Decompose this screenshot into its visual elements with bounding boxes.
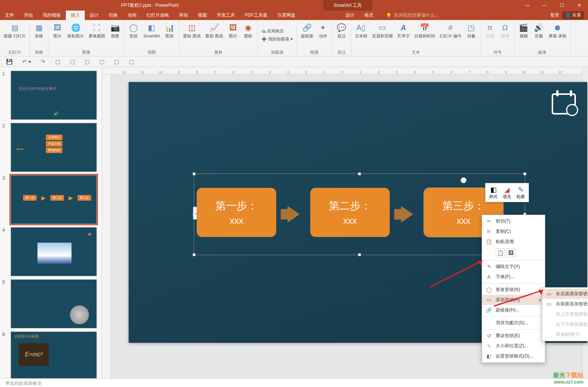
datetime-button[interactable]: 📅日期和时间 xyxy=(413,22,437,49)
tab-slideshow[interactable]: 幻灯片放映 xyxy=(142,11,174,20)
ctx-change-shape[interactable]: ◯更改形状(N)▸ xyxy=(482,285,545,295)
notes-pane[interactable]: 单击此处添加备注 xyxy=(0,378,588,387)
tab-smartart-format[interactable]: 格式 xyxy=(359,11,378,20)
style-button[interactable]: ◧样式 xyxy=(487,185,500,200)
ribbon-options-icon[interactable]: ▭ xyxy=(518,0,536,11)
smartart-shape-1[interactable]: 第一步： xxx xyxy=(197,188,276,237)
ctx-save-as-picture[interactable]: 另存为图片(S)... xyxy=(482,318,545,328)
add-after-icon: ▭ xyxy=(546,291,552,297)
tab-smartart-design[interactable]: 设计 xyxy=(341,11,359,20)
object-button[interactable]: ◳对象 xyxy=(465,22,478,49)
submenu-add-assistant: 添加助理(T) xyxy=(542,330,588,340)
textbox-button[interactable]: A▯文本框 xyxy=(353,22,369,49)
thumbnail-3[interactable]: 第一步 ▶ 第二步 ▶ 第三步 xyxy=(11,175,97,224)
slide-number-button[interactable]: #幻灯片 编号 xyxy=(438,22,463,49)
tab-insert[interactable]: 插入 xyxy=(66,11,85,20)
header-footer-button[interactable]: ▭页眉和页脚 xyxy=(370,22,394,49)
tab-transitions[interactable]: 切换 xyxy=(104,11,123,20)
submenu-add-after[interactable]: ▭在后面添加形状(A) xyxy=(542,289,588,299)
tell-me-search[interactable]: 💡 告诉我您想要做什么… xyxy=(386,12,439,19)
tab-animations[interactable]: 动画 xyxy=(123,11,142,20)
table-button[interactable]: ▦表格 xyxy=(32,22,46,49)
ctx-size-position[interactable]: ⤡大小和位置(Z)... xyxy=(482,341,545,351)
tab-developer[interactable]: 开发工具 xyxy=(212,11,240,20)
tab-review[interactable]: 审阅 xyxy=(174,11,193,20)
tab-pdf[interactable]: PDF工具集 xyxy=(240,11,272,20)
album-button[interactable]: 📷相册 xyxy=(108,22,122,49)
outline-icon: ✎ xyxy=(518,186,524,194)
login-link[interactable]: 登录 xyxy=(550,12,559,19)
slide-thumbnails-panel[interactable]: 1 历史记录中的著名事件 🔊 2 公司简介 产品介绍 案例内容 ⟸ 3 第一步 … xyxy=(0,67,102,378)
picture-button[interactable]: 🖼图片 xyxy=(51,22,64,49)
new-slide-button[interactable]: ▤新建 幻灯片 xyxy=(2,22,27,49)
ctx-font[interactable]: A字体(F)... xyxy=(482,272,545,282)
app-store-button[interactable]: 🛍应用商店 xyxy=(260,28,294,35)
ctx-format-shape[interactable]: ◧设置形状格式(O)... xyxy=(482,351,545,361)
minimize-button[interactable]: — xyxy=(536,0,553,11)
ctx-edit-text[interactable]: ✎编辑文字(X) xyxy=(482,262,545,272)
tab-design[interactable]: 设计 xyxy=(85,11,104,20)
icon-button[interactable]: ◉图标 xyxy=(241,22,255,49)
audio-button[interactable]: 🔊音频 xyxy=(532,22,546,49)
thumbnail-5[interactable] xyxy=(11,279,97,328)
ctx-add-shape[interactable]: ▭添加形状(A)▸ xyxy=(482,295,545,305)
paste-option-2[interactable]: 🖼 xyxy=(506,248,515,257)
chart-button[interactable]: 📊图表 xyxy=(163,22,176,49)
smartart-graphic[interactable]: 第一步： xxx 第二步： xxx 第三步： xxx xyxy=(197,176,522,252)
video-button[interactable]: 🎬视频 xyxy=(517,22,530,49)
tab-home[interactable]: 开始 xyxy=(19,11,38,20)
share-button[interactable]: 👤 共享 xyxy=(562,11,584,19)
screenshot-button[interactable]: ⛶屏幕截图 xyxy=(87,22,107,49)
data-chart-button[interactable]: 📈数据 图表 xyxy=(204,22,225,49)
material-picture-button[interactable]: 🖼图片 xyxy=(226,22,240,49)
equation-button[interactable]: π公式 xyxy=(483,22,497,49)
logic-chart-button[interactable]: ◫逻辑 图表 xyxy=(181,22,202,49)
screen-record-button[interactable]: ⏺屏幕 录制 xyxy=(547,22,568,49)
style-icon: ◧ xyxy=(490,186,497,194)
ctx-hyperlink[interactable]: 🔗超链接(H)... xyxy=(482,305,545,315)
qat-btn-3[interactable]: ▢ xyxy=(82,58,92,65)
smartart-button[interactable]: ◧SmartArt xyxy=(142,22,161,49)
qat-btn-5[interactable]: ▢ xyxy=(112,58,121,65)
hyperlink-button[interactable]: 🔗超链接 xyxy=(299,22,315,49)
comment-button[interactable]: 💬批注 xyxy=(335,22,348,49)
shapes-button[interactable]: ◯形状 xyxy=(127,22,140,49)
qat-btn-2[interactable]: ▢ xyxy=(68,58,77,65)
thumbnail-2[interactable]: 公司简介 产品介绍 案例内容 ⟸ xyxy=(11,123,97,172)
font-icon: A xyxy=(486,274,492,280)
edit-text-icon: ✎ xyxy=(486,264,492,269)
maximize-button[interactable]: ☐ xyxy=(553,0,571,11)
thumbnail-1[interactable]: 历史记录中的著名事件 🔊 xyxy=(11,71,97,120)
smartart-shape-2[interactable]: 第二步： xxx xyxy=(310,188,390,237)
tab-file[interactable]: 文件 xyxy=(0,11,19,20)
redo-icon[interactable]: ↷ xyxy=(39,58,48,65)
submenu-add-above: 在上方添加形状(V) xyxy=(542,309,588,319)
ctx-reset-shape[interactable]: ↺重设形状(E) xyxy=(482,331,545,341)
undo-icon[interactable]: ↶ ▾ xyxy=(20,58,33,65)
tab-view[interactable]: 视图 xyxy=(193,11,212,20)
fill-button[interactable]: ◢填充 xyxy=(501,185,513,200)
thumbnail-4[interactable] xyxy=(11,227,97,276)
wordart-button[interactable]: A艺术字 xyxy=(396,22,411,49)
symbol-button[interactable]: Ω符号 xyxy=(498,22,512,49)
quick-access-toolbar: 💾 ↶ ▾ ↷ ▢ ▢ ▢ ▢ ▢ ▢ xyxy=(0,56,588,67)
qat-btn-4[interactable]: ▢ xyxy=(97,58,107,65)
outline-button[interactable]: ✎轮廓 xyxy=(514,185,527,200)
online-picture-button[interactable]: 🌐联机图片 xyxy=(66,22,86,49)
speaker-icon: 🔊 xyxy=(54,111,58,116)
qat-btn-1[interactable]: ▢ xyxy=(53,58,62,65)
save-icon[interactable]: 💾 xyxy=(4,58,15,65)
thumbnail-6[interactable]: 此处照片的标题 E=mc² xyxy=(11,331,97,378)
tab-templates[interactable]: 我的模板 xyxy=(38,11,66,20)
ctx-cut[interactable]: ✂剪切(T) xyxy=(482,216,545,226)
close-button[interactable]: ✕ xyxy=(571,0,588,11)
paste-option-1[interactable]: 📋 xyxy=(496,248,505,257)
ctx-copy[interactable]: ⎘复制(C) xyxy=(482,226,545,237)
rotate-handle[interactable] xyxy=(460,177,467,183)
submenu-add-before[interactable]: ▭在前面添加形状(B) xyxy=(542,299,588,309)
my-addins-button[interactable]: ➕我的加载项 ▾ xyxy=(260,36,294,43)
action-button[interactable]: ✦动作 xyxy=(316,22,330,49)
qat-btn-6[interactable]: ▢ xyxy=(127,58,136,65)
tab-baidu[interactable]: 百度网盘 xyxy=(272,11,300,20)
mini-toolbar: ◧样式 ◢填充 ✎轮廓 xyxy=(485,183,529,202)
